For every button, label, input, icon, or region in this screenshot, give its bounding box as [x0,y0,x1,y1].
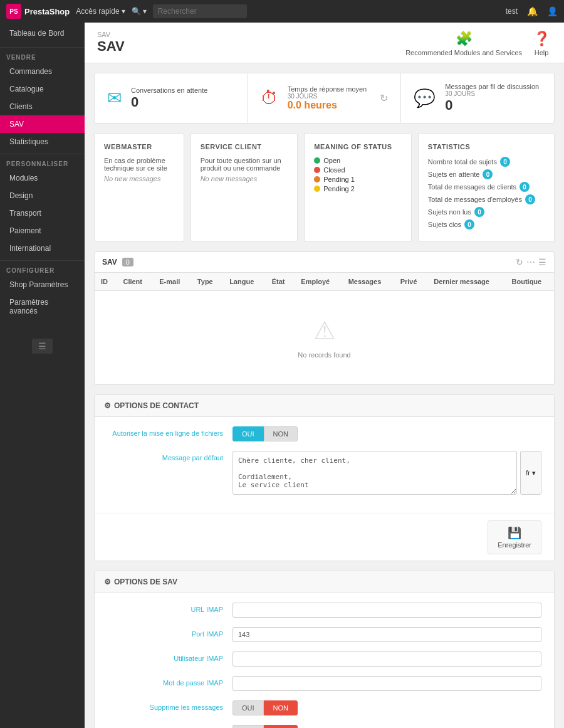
password-imap-input[interactable] [232,676,541,691]
menu-table-icon[interactable]: ☰ [538,257,546,267]
sidebar-item-dashboard[interactable]: Tableau de Bord [0,23,85,44]
sidebar-item-sav[interactable]: SAV [0,115,85,133]
page-header-right: 🧩 Recommended Modules and Services ❓ Hel… [405,29,551,56]
sav-table-actions: ↻ ⋯ ☰ [516,257,546,267]
puzzle-icon: 🧩 [454,29,474,49]
col-langue: Langue [223,273,266,291]
refresh-icon[interactable]: ↻ [380,92,388,104]
toggle-non-creer[interactable]: NON [264,725,298,728]
sidebar-item-clients[interactable]: Clients [0,98,85,115]
chevron-down-icon-2: ▾ [143,7,147,16]
sav-table-header: SAV 0 ↻ ⋯ ☰ [95,252,554,273]
meaning-of-status-box: MEANING OF STATUS Open Closed Pending 1 … [304,133,412,242]
sidebar-item-international[interactable]: International [0,240,85,257]
form-row-user-imap: Utilisateur IMAP [107,652,541,667]
sidebar-collapse-button[interactable]: ☰ [32,339,53,354]
sidebar-item-design[interactable]: Design [0,187,85,204]
sidebar-collapse-area: ☰ [0,332,85,360]
brand-logo[interactable]: PS PrestaShop [6,4,70,19]
contact-options-save-row: 💾 Enregistrer [95,514,554,561]
control-file-upload: OUI NON [232,426,541,441]
dot-green-icon [314,157,320,164]
logo-icon: PS [6,4,21,19]
control-password-imap [232,676,541,691]
content-area: ✉ Conversations en attente 0 ⏱ Temps de … [85,63,564,728]
search-toggle[interactable]: 🔍 ▾ [132,7,147,16]
status-pending2: Pending 2 [314,185,402,193]
webmaster-box: WEBMASTER En cas de problème technique s… [94,133,184,242]
search-icon: 🔍 [132,7,141,16]
recommended-modules-button[interactable]: 🧩 Recommended Modules and Services [405,29,522,56]
stat-conversations-info: Conversations en attente 0 [131,87,207,110]
label-file-upload: Autoriser la mise en ligne de fichiers [107,426,232,437]
url-imap-input[interactable] [232,603,541,618]
control-supprime-messages: OUI NON [232,700,541,715]
stat-messages-info: Messages par fil de discussion 30 JOURS … [445,83,539,113]
toggle-oui-supprime[interactable]: OUI [232,700,264,715]
sidebar-item-parametres-avances[interactable]: Paramètres avancés [0,293,85,320]
clock-icon: ⏱ [261,88,278,108]
sidebar-item-shop-parametres[interactable]: Shop Paramètres [0,276,85,293]
help-button[interactable]: ❓ Help [531,29,551,56]
contact-options-header: ⚙ OPTIONS DE CONTACT [95,395,554,417]
contact-options-save-button[interactable]: 💾 Enregistrer [488,520,541,554]
nav-right: test 🔔 👤 [506,6,558,16]
control-default-message: Chère cliente, cher client, Cordialement… [232,451,541,495]
sidebar-item-transport[interactable]: Transport [0,204,85,222]
toggle-creer-sujets: OUI NON [232,725,541,728]
question-icon: ❓ [531,29,551,49]
toggle-non-file-upload[interactable]: NON [264,426,298,441]
col-employe: Employé [295,273,342,291]
stat-total-subjects: Nombre total de sujets 0 [428,157,545,167]
save-icon: 💾 [508,526,521,540]
label-creer-sujets: Créer de nouveaux sujets [107,725,232,728]
sav-options-body: URL IMAP Port IMAP Utilisateur IMAP [95,593,554,728]
col-dernier-message: Dernier message [427,273,505,291]
page-title: SAV [97,38,125,55]
port-imap-input[interactable] [232,627,541,642]
form-row-url-imap: URL IMAP [107,603,541,618]
sav-table-section: SAV 0 ↻ ⋯ ☰ ID Client E-mail Type [94,251,555,385]
stat-unread-subjects: Sujets non lus 0 [428,207,545,217]
top-navigation: PS PrestaShop Accès rapide ▾ 🔍 ▾ test 🔔 … [0,0,564,23]
toggle-oui-creer[interactable]: OUI [232,725,264,728]
notifications-icon[interactable]: 🔔 [527,6,538,16]
sidebar-item-paiement[interactable]: Paiement [0,222,85,240]
label-url-imap: URL IMAP [107,603,232,613]
label-user-imap: Utilisateur IMAP [107,652,232,662]
toggle-non-supprime[interactable]: NON [264,700,298,715]
col-boutique: Boutique [506,273,554,291]
label-port-imap: Port IMAP [107,627,232,638]
default-message-textarea[interactable]: Chère cliente, cher client, Cordialement… [232,451,517,495]
lang-selector-button[interactable]: fr ▾ [520,451,541,495]
info-row: WEBMASTER En cas de problème technique s… [94,133,555,242]
page-header-left: SAV SAV [97,31,125,55]
stat-client-messages: Total de messages de clients 0 [428,182,545,192]
control-creer-sujets: OUI NON [232,725,541,728]
sidebar-item-modules[interactable]: Modules [0,169,85,187]
stat-card-messages: 💬 Messages par fil de discussion 30 JOUR… [401,73,554,123]
refresh-table-icon[interactable]: ↻ [516,257,523,267]
stat-employee-messages: Total de messages d'employés 0 [428,194,545,204]
chevron-down-icon: ▾ [122,7,125,16]
user-label: test [506,7,518,16]
sav-table: ID Client E-mail Type Langue État Employ… [95,273,554,384]
search-input[interactable] [153,4,247,18]
sidebar-item-catalogue[interactable]: Catalogue [0,80,85,98]
contact-options-section: ⚙ OPTIONS DE CONTACT Autoriser la mise e… [94,394,555,561]
contact-options-body: Autoriser la mise en ligne de fichiers O… [95,417,554,514]
label-password-imap: Mot de passe IMAP [107,676,232,687]
service-client-box: SERVICE CLIENT Pour toute question sur u… [191,133,298,242]
envelope-icon: ✉ [107,88,122,108]
settings-table-icon[interactable]: ⋯ [526,257,535,267]
acces-rapide-nav[interactable]: Accès rapide ▾ [76,7,125,16]
col-email: E-mail [153,273,191,291]
sidebar-section-vendre: VENDRE [0,47,85,63]
sidebar-item-commandes[interactable]: Commandes [0,63,85,80]
sidebar-section-personnaliser: PERSONNALISER [0,154,85,169]
sidebar-item-statistiques[interactable]: Statistiques [0,133,85,150]
control-port-imap [232,627,541,642]
user-avatar[interactable]: 👤 [547,6,558,16]
toggle-oui-file-upload[interactable]: OUI [232,426,264,441]
user-imap-input[interactable] [232,652,541,667]
